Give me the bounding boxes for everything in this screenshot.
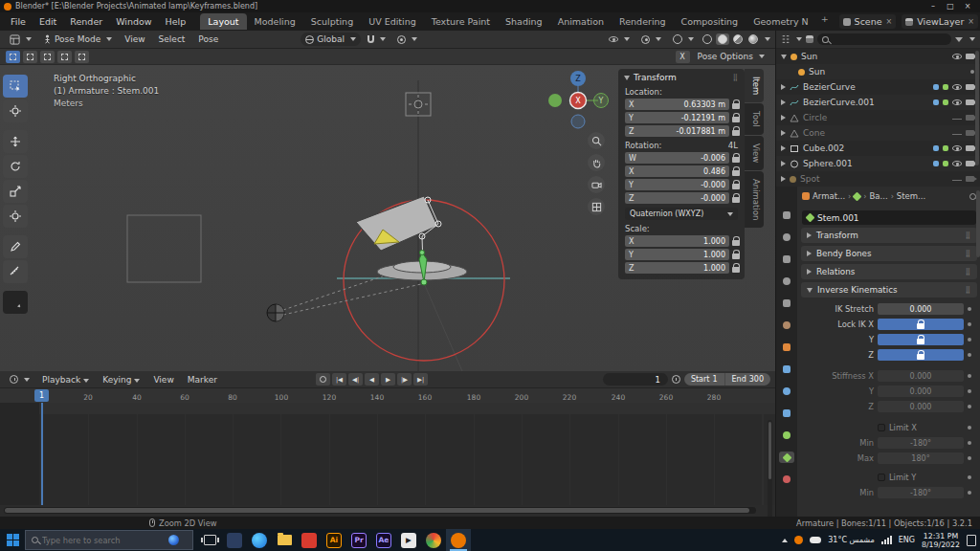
auto-keying-clock-icon[interactable] bbox=[672, 375, 680, 384]
pan-button[interactable] bbox=[588, 154, 605, 171]
expand-icon[interactable] bbox=[781, 145, 786, 151]
transform-panel-header[interactable]: Transform ⣿ bbox=[618, 69, 745, 84]
tab-armature-data[interactable] bbox=[779, 430, 794, 441]
pose-options-dropdown[interactable]: Pose Options bbox=[693, 50, 769, 63]
playhead-frame-badge[interactable]: 1 bbox=[34, 389, 49, 402]
breadcrumb-bone[interactable]: Ba... bbox=[870, 191, 888, 201]
outliner-search-input[interactable] bbox=[832, 35, 947, 44]
expand-icon[interactable] bbox=[781, 161, 786, 166]
tab-scene[interactable] bbox=[779, 298, 794, 309]
keyframe-dot[interactable] bbox=[968, 374, 971, 378]
tab-modifiers[interactable] bbox=[779, 364, 794, 375]
camera-view-button[interactable] bbox=[588, 176, 605, 193]
max-x-field[interactable]: 180° bbox=[878, 452, 964, 464]
outliner-row-spot[interactable]: Spot bbox=[776, 171, 980, 187]
scale-y-field[interactable]: Y1.000 bbox=[625, 249, 729, 260]
stiffness-z-field[interactable]: 0.000 bbox=[878, 401, 964, 412]
expand-icon[interactable] bbox=[781, 130, 786, 136]
network-icon[interactable] bbox=[881, 536, 892, 544]
menu-window[interactable]: Window bbox=[109, 14, 158, 29]
maximize-button[interactable]: □ bbox=[942, 2, 959, 11]
app-premiere[interactable]: Pr bbox=[346, 529, 371, 551]
lock-icon[interactable] bbox=[732, 103, 740, 109]
gizmos-dropdown[interactable] bbox=[636, 33, 666, 46]
stiffness-y-field[interactable]: 0.000 bbox=[878, 386, 964, 397]
scene-selector[interactable]: Scene × bbox=[839, 14, 897, 29]
overlays-dropdown[interactable] bbox=[668, 33, 699, 46]
timeline-horizontal-scrollbar[interactable] bbox=[4, 507, 756, 514]
jump-to-end-button[interactable]: ▶| bbox=[413, 373, 428, 386]
keyframe-dot[interactable] bbox=[968, 456, 971, 460]
tab-view-layer[interactable] bbox=[779, 276, 794, 287]
eye-closed-icon[interactable] bbox=[952, 180, 962, 181]
filter-icon[interactable] bbox=[955, 37, 963, 42]
taskbar-search-input[interactable] bbox=[42, 536, 165, 545]
tab-bone[interactable] bbox=[779, 452, 794, 463]
menu-playback[interactable]: Playback bbox=[36, 373, 95, 386]
workspace-sculpting[interactable]: Sculpting bbox=[303, 13, 361, 30]
app-generic[interactable] bbox=[222, 529, 247, 551]
drag-handle-icon[interactable]: ⣿ bbox=[733, 74, 739, 81]
panel-transform[interactable]: Transform ⣿ bbox=[801, 228, 977, 243]
workspace-geometry-nodes[interactable]: Geometry N bbox=[746, 13, 816, 30]
expand-icon[interactable] bbox=[781, 84, 786, 90]
keyframe-dot[interactable] bbox=[968, 491, 971, 495]
display-mode-icon[interactable] bbox=[806, 35, 813, 43]
panel-inverse-kinematics[interactable]: Inverse Kinematics ⣿ bbox=[801, 282, 977, 298]
timeline-tracks[interactable] bbox=[0, 403, 775, 505]
minimize-button[interactable]: – bbox=[924, 2, 942, 11]
scale-x-field[interactable]: X1.000 bbox=[625, 235, 729, 247]
shading-solid-button[interactable] bbox=[716, 33, 729, 45]
select-mode-new-button[interactable] bbox=[6, 51, 20, 63]
play-button[interactable]: ▶ bbox=[381, 373, 395, 386]
play-reverse-button[interactable]: ◀ bbox=[365, 373, 379, 386]
rotation-lock-4l[interactable]: 4L bbox=[728, 141, 738, 150]
scene-unlink-icon[interactable]: × bbox=[886, 17, 893, 26]
navigation-gizmo[interactable]: Z Y X bbox=[546, 67, 612, 130]
snap-toggle[interactable] bbox=[363, 33, 390, 45]
lock-icon[interactable] bbox=[732, 117, 740, 122]
tab-render[interactable] bbox=[779, 231, 794, 243]
start-button[interactable] bbox=[0, 529, 25, 551]
visibility-dropdown[interactable] bbox=[604, 34, 635, 44]
tab-object[interactable] bbox=[779, 342, 794, 353]
min-x-field[interactable]: -180° bbox=[878, 437, 964, 449]
shading-wireframe-button[interactable] bbox=[701, 33, 714, 45]
tab-animation[interactable]: Animation bbox=[745, 171, 764, 228]
proportional-edit-toggle[interactable] bbox=[392, 33, 422, 46]
lock-ik-z-button[interactable] bbox=[878, 349, 964, 361]
camera-icon[interactable] bbox=[966, 145, 974, 151]
rotation-mode-dropdown[interactable]: Quaternion (WXYZ) bbox=[625, 208, 738, 220]
keyframe-dot[interactable] bbox=[968, 322, 971, 326]
location-z-field[interactable]: Z-0.017881 m bbox=[625, 125, 729, 137]
outliner-editor-type-button[interactable] bbox=[781, 34, 802, 44]
expand-icon[interactable] bbox=[781, 176, 786, 182]
onedrive-icon[interactable] bbox=[810, 537, 821, 543]
outliner-row-sun[interactable]: Sun bbox=[776, 49, 980, 64]
min-y-field[interactable]: -180° bbox=[878, 487, 964, 498]
outliner-row-beziercurve001[interactable]: BezierCurve.001 bbox=[776, 95, 980, 110]
tab-tool[interactable]: Tool bbox=[745, 103, 764, 135]
lock-icon[interactable] bbox=[732, 197, 740, 203]
lock-icon[interactable] bbox=[732, 267, 740, 273]
clock-widget[interactable]: 12:31 PM 8/19/2022 bbox=[922, 532, 960, 549]
select-mode-subtract-button[interactable] bbox=[40, 51, 55, 63]
menu-marker[interactable]: Marker bbox=[182, 373, 223, 386]
annotate-tool[interactable] bbox=[3, 235, 28, 258]
current-frame-field[interactable]: 1 bbox=[603, 373, 668, 386]
mode-selector[interactable]: Pose Mode bbox=[38, 33, 117, 46]
stiffness-x-field[interactable]: 0.000 bbox=[878, 370, 964, 382]
select-mode-intersect-button[interactable] bbox=[75, 51, 89, 63]
axis-y-neg-button[interactable] bbox=[548, 94, 562, 107]
breadcrumb-item[interactable]: Stem... bbox=[897, 191, 925, 201]
workspace-compositing[interactable]: Compositing bbox=[674, 13, 746, 30]
eye-icon[interactable] bbox=[952, 99, 962, 105]
scale-z-field[interactable]: Z1.000 bbox=[625, 262, 729, 274]
properties-scrollbar[interactable] bbox=[976, 190, 980, 257]
lock-icon[interactable] bbox=[732, 240, 740, 246]
limit-x-checkbox[interactable]: Limit X bbox=[878, 423, 964, 432]
timeline-editor-type-button[interactable] bbox=[5, 373, 34, 386]
tab-item[interactable]: Item bbox=[745, 69, 764, 102]
add-workspace-button[interactable]: + bbox=[816, 13, 834, 30]
app-security[interactable] bbox=[297, 529, 322, 551]
